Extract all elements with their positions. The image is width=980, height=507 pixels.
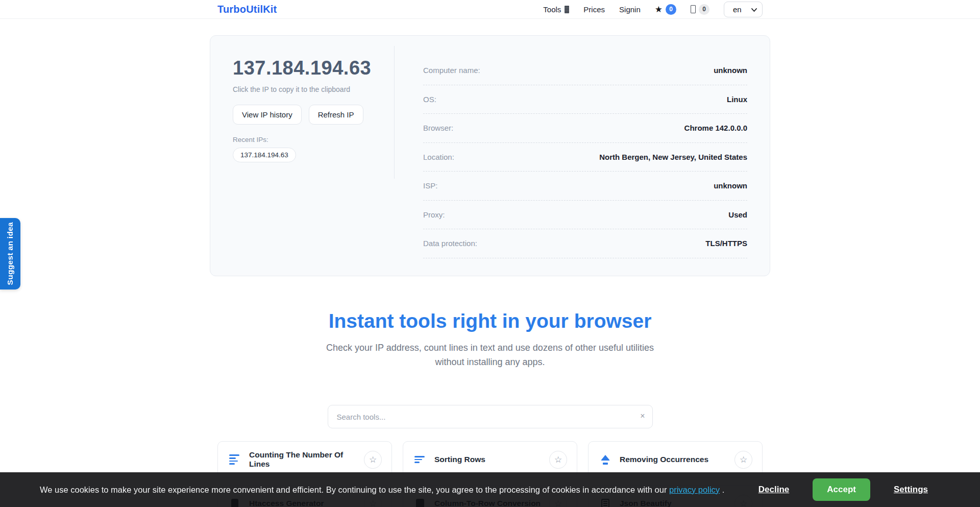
info-value: Used	[728, 210, 747, 219]
table-row: OS: Linux	[423, 85, 747, 114]
tool-title: Removing Occurrences	[620, 455, 708, 464]
site-logo[interactable]: TurboUtilKit	[217, 4, 277, 15]
tool-title: Counting The Number Of Lines	[249, 450, 364, 469]
info-label: Computer name:	[423, 66, 480, 75]
info-value: unknown	[714, 181, 747, 190]
cookie-text-before: We use cookies to make your site experie…	[40, 485, 669, 494]
settings-button[interactable]: Settings	[894, 485, 928, 495]
search-input[interactable]	[328, 405, 653, 428]
recent-count-badge: 0	[699, 4, 709, 15]
recent-ips-label: Recent IPs:	[233, 136, 394, 143]
info-value: Chrome 142.0.0.0	[684, 124, 747, 132]
recent-ip-pill[interactable]: 137.184.194.63	[233, 148, 296, 162]
ip-address[interactable]: 137.184.194.63	[233, 57, 394, 79]
page-title: Instant tools right in your browser	[0, 310, 980, 332]
table-row: Browser: Chrome 142.0.0.0	[423, 114, 747, 143]
table-row: Computer name: unknown	[423, 56, 747, 85]
ip-summary-panel: 137.184.194.63 Click the IP to copy it t…	[210, 36, 394, 276]
ip-info-card: 137.184.194.63 Click the IP to copy it t…	[210, 35, 770, 276]
tools-dropdown-glyph-icon	[565, 6, 569, 13]
chevron-down-icon	[751, 7, 757, 13]
info-label: ISP:	[423, 181, 437, 190]
view-ip-history-button[interactable]: View IP history	[233, 105, 302, 125]
search-container: ×	[328, 405, 653, 428]
align-left-lines-icon	[229, 454, 240, 464]
favorite-star-button[interactable]: ☆	[364, 451, 382, 469]
favorites-count-badge: 0	[666, 4, 676, 15]
info-value: North Bergen, New Jersey, United States	[599, 153, 747, 161]
info-value: unknown	[714, 66, 747, 75]
table-row: Data protection: TLS/HTTPS	[423, 229, 747, 258]
tool-title: Sorting Rows	[434, 455, 485, 464]
favorites-counter[interactable]: ★ 0	[655, 4, 676, 15]
refresh-ip-button[interactable]: Refresh IP	[309, 105, 363, 125]
nav-prices-label: Prices	[583, 5, 605, 14]
language-value: en	[733, 5, 742, 14]
page-subtitle: Check your IP address, count lines in te…	[324, 341, 656, 369]
recent-counter[interactable]: 0	[691, 4, 709, 15]
info-label: Location:	[423, 153, 454, 161]
nav-tools-label: Tools	[543, 5, 561, 14]
nav-item-tools[interactable]: Tools	[543, 5, 569, 14]
info-label: OS:	[423, 95, 436, 104]
ip-copy-hint: Click the IP to copy it to the clipboard	[233, 85, 394, 93]
decline-button[interactable]: Decline	[758, 485, 789, 495]
table-row: Proxy: Used	[423, 201, 747, 230]
cookie-message: We use cookies to make your site experie…	[40, 485, 735, 495]
privacy-policy-link[interactable]: privacy policy	[669, 485, 720, 494]
suggest-idea-label: Suggest an idea	[6, 222, 15, 285]
favorite-star-button[interactable]: ☆	[549, 451, 567, 469]
recent-glyph-icon	[691, 5, 696, 13]
favorite-star-button[interactable]: ☆	[734, 451, 752, 469]
upload-icon	[600, 455, 611, 465]
info-label: Data protection:	[423, 239, 477, 248]
language-select[interactable]: en	[724, 2, 763, 17]
info-value: TLS/HTTPS	[705, 239, 747, 248]
search-clear-icon[interactable]: ×	[640, 411, 645, 421]
star-icon: ★	[655, 5, 663, 14]
nav-item-prices[interactable]: Prices	[583, 5, 605, 14]
navbar: TurboUtilKit Tools Prices Signin ★ 0 0 e…	[0, 0, 980, 19]
cookie-banner: We use cookies to make your site experie…	[0, 472, 980, 507]
cookie-text-after: .	[720, 485, 724, 494]
info-value: Linux	[727, 95, 747, 104]
suggest-idea-tab[interactable]: Suggest an idea	[0, 218, 20, 289]
sort-rows-icon	[414, 456, 426, 463]
info-label: Proxy:	[423, 210, 445, 219]
vertical-divider	[394, 46, 395, 179]
table-row: Location: North Bergen, New Jersey, Unit…	[423, 143, 747, 172]
info-label: Browser:	[423, 124, 453, 132]
nav-item-signin[interactable]: Signin	[619, 5, 641, 14]
connection-info-table: Computer name: unknown OS: Linux Browser…	[394, 36, 770, 276]
nav-signin-label: Signin	[619, 5, 641, 14]
accept-button[interactable]: Accept	[813, 478, 870, 501]
table-row: ISP: unknown	[423, 172, 747, 201]
